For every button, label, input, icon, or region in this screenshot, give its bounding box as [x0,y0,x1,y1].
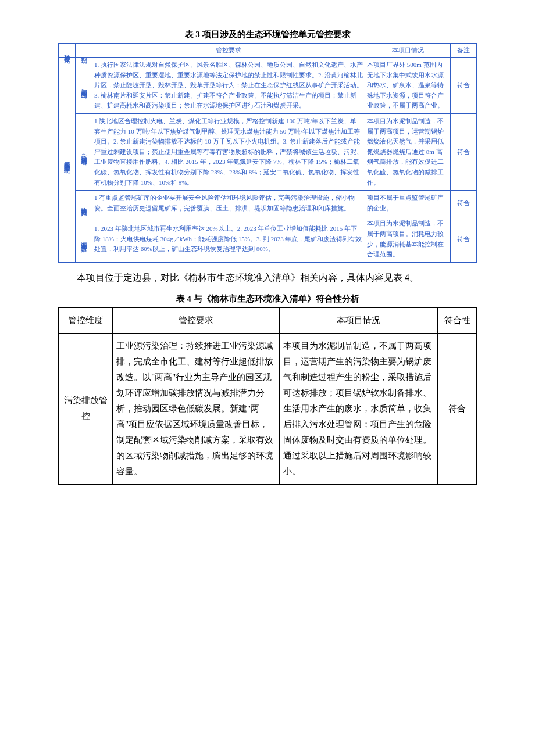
table4-header-row: 管控维度 管控要求 本项目情况 符合性 [59,307,477,333]
category-cell: 染排管︵污物放右 [76,113,92,190]
requirement-cell: 工业源污染治理：持续推进工业污染源减排，完成全市化工、建材等行业超低排放改造。以… [113,333,280,484]
table4-title: 表 4 与《榆林市生态环境准入清单》符合性分析 [58,293,477,304]
dimension-cell: 污染排放管控 [59,333,113,484]
remark-cell: 符合 [451,216,477,262]
table3-title: 表 3 项目涉及的生态环境管控单元管控要求 [58,29,477,40]
situation-cell: 本项目为水泥制品制造，不属于两高项目，运营期产生的污染物主要为锅炉废气和制造过程… [279,333,437,484]
conformity-cell: 符合 [438,333,477,484]
table-row: 染排管︵污物放右 1 陕北地区合理控制火电、兰炭、煤化工等行业规模，严格控制新建… [59,113,477,190]
table4: 管控维度 管控要求 本项目情况 符合性 污染排放管控 工业源污染治理：持续推进工… [58,307,477,485]
category-cell: 间局束空布约 [76,58,92,114]
th-situation: 本项目情况 [365,44,451,58]
situation-cell: 本项目为水泥制品制造，不属于两高项目，运营期锅炉燃烧液化天然气，并采用低氮燃烧器… [365,113,451,190]
th-requirement: 管控要求 [92,44,365,58]
requirement-cell: 1. 2023 年陕北地区城市再生水利用率达 20%以上。2. 2023 年单位… [92,216,365,262]
situation-cell: 本项目厂界外 500m 范围内无地下水集中式饮用水水源和热水、矿泉水、温泉等特殊… [365,58,451,114]
requirement-cell: 1. 执行国家法律法规对自然保护区、风景名胜区、森林公园、地质公园、自然和文化遗… [92,58,365,114]
th-conformity: 符合性 [438,307,477,333]
remark-cell: 符合 [451,58,477,114]
th-dimension: 管控维度 [59,307,113,333]
th-requirement: 管控要求 [113,307,280,333]
category-cell: 源发率要求资开效 [76,216,92,262]
requirement-cell: 1 陕北地区合理控制火电、兰炭、煤化工等行业规模，严格控制新建 100 万吨/年… [92,113,365,190]
th-remark: 备注 [451,44,477,58]
situation-cell: 本项目为水泥制品制造，不属于两高项目。消耗电力较少，能源消耗基本能控制在合理范围… [365,216,451,262]
requirement-cell: 1 有重点监管尾矿库的企业要开展安全风险评估和环境风险评估，完善污染治理设施，储… [92,191,365,216]
table3: 环境管控单元 控别 管控要求 本项目情况 备注 点控元陕地︶重管单一北区 间局束… [58,43,477,263]
unit-cell: 点控元陕地︶重管单一北区 [59,58,76,263]
table-row: 防境险控环风 1 有重点监管尾矿库的企业要开展安全风险评估和环境风险评估，完善污… [59,191,477,216]
body-paragraph: 本项目位于定边县，对比《榆林市生态环境准入清单》相关内容，具体内容见表 4。 [58,267,477,288]
table-row: 源发率要求资开效 1. 2023 年陕北地区城市再生水利用率达 20%以上。2.… [59,216,477,262]
table-row: 点控元陕地︶重管单一北区 间局束空布约 1. 执行国家法律法规对自然保护区、风景… [59,58,477,114]
remark-cell: 符合 [451,191,477,216]
th-unit: 环境管控单元 [59,44,76,58]
situation-cell: 项目不属于重点监管尾矿库的企业。 [365,191,451,216]
th-category: 控别 [76,44,92,58]
remark-cell: 符合 [451,113,477,190]
category-cell: 防境险控环风 [76,191,92,216]
th-situation: 本项目情况 [279,307,437,333]
table3-header-row: 环境管控单元 控别 管控要求 本项目情况 备注 [59,44,477,58]
table-row: 污染排放管控 工业源污染治理：持续推进工业污染源减排，完成全市化工、建材等行业超… [59,333,477,484]
